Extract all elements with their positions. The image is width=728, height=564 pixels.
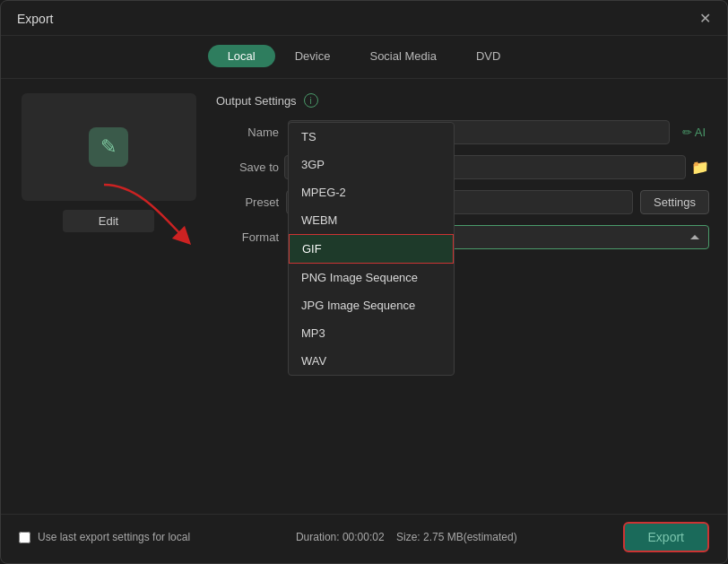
preview-panel: ✎ Edit (19, 93, 198, 505)
last-settings-checkbox[interactable] (19, 532, 30, 543)
format-option-wav[interactable]: WAV (289, 347, 454, 375)
tab-device[interactable]: Device (275, 45, 351, 67)
preview-thumbnail: ✎ (22, 93, 196, 201)
folder-button[interactable]: 📁 (691, 159, 709, 176)
tabs-bar: Local Device Social Media DVD (1, 36, 727, 79)
last-settings-label: Use last export settings for local (38, 531, 190, 543)
export-button[interactable]: Export (623, 522, 709, 552)
format-option-mp3[interactable]: MP3 (289, 319, 454, 347)
format-option-gif[interactable]: GIF (289, 234, 454, 264)
tab-social-media[interactable]: Social Media (350, 45, 455, 67)
format-option-png-seq[interactable]: PNG Image Sequence (289, 264, 454, 291)
output-settings-label: Output Settings (216, 94, 297, 108)
video-icon: ✎ (89, 127, 128, 167)
format-option-3gp[interactable]: 3GP (289, 151, 454, 178)
format-option-ts[interactable]: TS (289, 123, 454, 151)
chevron-up-icon (690, 235, 699, 239)
footer-duration: Duration: 00:00:02 (296, 531, 385, 543)
title-bar: Export ✕ (1, 1, 727, 36)
tab-dvd[interactable]: DVD (456, 45, 520, 67)
format-label: Format (216, 230, 279, 244)
close-button[interactable]: ✕ (699, 12, 711, 26)
window-title: Export (17, 12, 53, 26)
info-icon[interactable]: i (304, 93, 318, 108)
footer-left: Use last export settings for local (19, 531, 190, 543)
footer-size: Size: 2.75 MB(estimated) (396, 531, 517, 543)
format-option-jpg-seq[interactable]: JPG Image Sequence (289, 291, 454, 319)
format-option-mpeg2[interactable]: MPEG-2 (289, 178, 454, 206)
edit-button[interactable]: Edit (63, 210, 154, 232)
preset-label: Preset (216, 195, 279, 209)
ai-button[interactable]: ✏ AI (679, 126, 709, 139)
main-content: ✎ Edit Output Settings i Name (1, 79, 727, 514)
export-window: Export ✕ Local Device Social Media DVD ✎… (0, 0, 728, 564)
name-label: Name (216, 126, 279, 139)
footer: Use last export settings for local Durat… (1, 514, 727, 563)
save-to-label: Save to (216, 161, 279, 174)
settings-panel: Output Settings i Name ✏ AI Save to 📁 Pr… (216, 93, 709, 505)
format-option-webm[interactable]: WEBM (289, 206, 454, 234)
format-dropdown-menu: TS 3GP MPEG-2 WEBM GIF PNG Image Sequenc… (288, 122, 455, 376)
settings-button[interactable]: Settings (640, 190, 709, 214)
footer-info: Duration: 00:00:02 Size: 2.75 MB(estimat… (190, 531, 622, 543)
tab-local[interactable]: Local (208, 45, 275, 67)
output-settings-header: Output Settings i (216, 93, 709, 108)
